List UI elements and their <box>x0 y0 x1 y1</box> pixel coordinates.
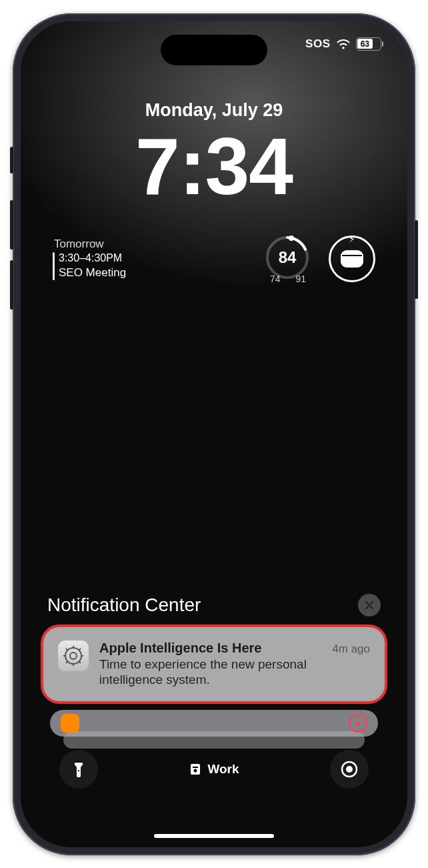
notification-center-title: Notification Center <box>47 594 201 616</box>
stacked-notification-peek[interactable]: ♥ <box>50 710 378 737</box>
weather-widget[interactable]: 84 74 91 <box>263 235 311 283</box>
camera-button[interactable] <box>330 750 369 789</box>
close-icon <box>364 600 375 610</box>
settings-app-icon <box>58 640 89 671</box>
stacked-app-icon <box>61 714 79 733</box>
charging-bolt-icon: ⚡︎ <box>349 234 355 244</box>
battery-percent: 63 <box>361 39 369 49</box>
svg-point-3 <box>70 653 77 659</box>
home-indicator[interactable] <box>154 834 274 838</box>
calendar-event-time: 3:30–4:30PM <box>59 252 126 266</box>
focus-indicator[interactable]: Work <box>189 762 239 777</box>
focus-label: Work <box>207 762 239 777</box>
sos-indicator: SOS <box>305 37 330 51</box>
battery-icon: 63 <box>356 37 384 51</box>
flashlight-icon <box>71 760 86 779</box>
svg-line-10 <box>66 661 68 663</box>
svg-rect-12 <box>75 761 83 763</box>
iphone-frame: SOS 63 Monday, July 29 7:34 Tomorrow 3:3… <box>13 13 415 855</box>
svg-rect-14 <box>193 767 198 768</box>
lock-time: 7:34 <box>21 120 407 212</box>
heart-icon: ♥ <box>349 714 367 733</box>
airpods-battery-widget[interactable]: ⚡︎ <box>329 236 375 282</box>
side-button[interactable] <box>415 220 418 299</box>
calendar-day-label: Tomorrow <box>54 237 126 252</box>
notification-card[interactable]: Apple Intelligence Is Here 4m ago Time t… <box>41 624 387 705</box>
notification-stack[interactable]: Apple Intelligence Is Here 4m ago Time t… <box>41 624 387 705</box>
weather-low-temp: 74 <box>270 274 281 284</box>
svg-line-11 <box>79 648 81 650</box>
lock-widgets: Tomorrow 3:30–4:30PM SEO Meeting <box>21 235 407 283</box>
status-bar: SOS 63 <box>305 37 383 51</box>
calendar-event-bar <box>53 252 55 280</box>
svg-point-17 <box>346 766 353 773</box>
airpods-case-icon <box>341 250 363 268</box>
lock-date: Monday, July 29 <box>21 100 407 121</box>
weather-high-temp: 91 <box>295 274 306 284</box>
lock-screen[interactable]: SOS 63 Monday, July 29 7:34 Tomorrow 3:3… <box>21 21 407 847</box>
svg-line-8 <box>66 648 68 650</box>
flashlight-button[interactable] <box>59 750 98 789</box>
notification-body: Time to experience the new personal inte… <box>99 657 370 689</box>
wifi-icon <box>336 39 351 49</box>
volume-down-button[interactable] <box>10 260 13 310</box>
calendar-event-title: SEO Meeting <box>59 266 126 280</box>
work-badge-icon <box>189 763 202 776</box>
notification-time: 4m ago <box>332 642 370 656</box>
svg-line-9 <box>79 661 81 663</box>
camera-shutter-icon <box>341 761 358 778</box>
notification-center-close-button[interactable] <box>358 594 381 616</box>
svg-point-15 <box>194 769 197 772</box>
notification-title: Apple Intelligence Is Here <box>99 640 261 656</box>
volume-up-button[interactable] <box>10 200 13 250</box>
calendar-widget[interactable]: Tomorrow 3:30–4:30PM SEO Meeting <box>53 237 126 280</box>
mute-switch[interactable] <box>10 147 13 173</box>
dynamic-island[interactable] <box>161 35 267 65</box>
